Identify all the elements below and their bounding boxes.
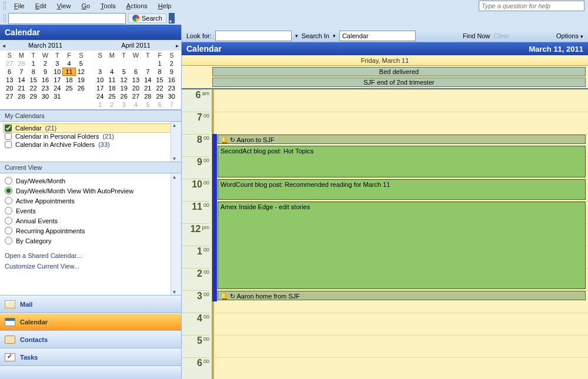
minical-day[interactable]: 1 bbox=[94, 101, 106, 108]
minical-day[interactable]: 29 bbox=[28, 93, 39, 100]
minical-day[interactable]: 21 bbox=[142, 85, 153, 92]
view-option[interactable]: Day/Week/Month bbox=[4, 176, 178, 186]
minical-day[interactable]: 4 bbox=[63, 60, 75, 67]
minical-day[interactable]: 20 bbox=[130, 85, 142, 92]
view-radio[interactable] bbox=[5, 207, 12, 214]
search-dropdown[interactable] bbox=[169, 13, 175, 24]
minical-day[interactable]: 5 bbox=[75, 60, 87, 67]
minical-day[interactable]: 4 bbox=[130, 101, 142, 108]
view-option[interactable]: By Category bbox=[4, 236, 178, 246]
minical-day[interactable]: 11 bbox=[62, 68, 75, 76]
view-radio[interactable] bbox=[5, 217, 12, 224]
calendars-scrollbar[interactable] bbox=[171, 122, 181, 162]
minical-day[interactable]: 2 bbox=[106, 101, 118, 108]
calendar-event[interactable]: 🔔↻ Aaron home from SJF bbox=[218, 291, 586, 300]
minical-day[interactable]: 13 bbox=[130, 76, 142, 83]
help-search-input[interactable] bbox=[479, 1, 584, 11]
minical-day[interactable]: 27 bbox=[4, 93, 15, 100]
minical-day[interactable]: 26 bbox=[118, 93, 130, 100]
view-radio[interactable] bbox=[5, 177, 12, 185]
options-button[interactable]: Options ▾ bbox=[556, 32, 583, 39]
all-day-event[interactable]: SJF end of 2nd trimester bbox=[212, 78, 586, 87]
minical-day[interactable]: 8 bbox=[28, 68, 39, 75]
minical-day[interactable]: 16 bbox=[39, 76, 51, 83]
minical-day[interactable]: 25 bbox=[63, 85, 75, 92]
minical-day[interactable]: 21 bbox=[15, 85, 27, 92]
search-in-input[interactable] bbox=[339, 31, 416, 41]
views-scrollbar[interactable] bbox=[171, 173, 181, 295]
minical-day[interactable]: 16 bbox=[166, 76, 178, 83]
minical-day[interactable]: 28 bbox=[142, 93, 153, 100]
view-radio[interactable] bbox=[5, 187, 12, 194]
minical-day[interactable]: 30 bbox=[166, 93, 178, 100]
next-month-icon[interactable]: ▸ bbox=[176, 42, 179, 49]
view-radio[interactable] bbox=[5, 227, 12, 234]
minical-day[interactable]: 7 bbox=[15, 68, 27, 75]
minical-day[interactable]: 12 bbox=[75, 68, 87, 75]
view-radio[interactable] bbox=[5, 197, 12, 204]
menu-tools[interactable]: Tools bbox=[96, 1, 121, 11]
view-radio[interactable] bbox=[5, 237, 12, 244]
clear-button[interactable]: Clear bbox=[494, 32, 509, 39]
event-column[interactable]: 🔔↻ Aaron to SJF SecondAct blog post: Hot… bbox=[212, 89, 588, 379]
nav-contacts[interactable]: Contacts bbox=[0, 331, 181, 348]
minical-day[interactable]: 13 bbox=[4, 76, 15, 83]
minical-day[interactable]: 8 bbox=[153, 68, 165, 75]
menu-help[interactable]: Help bbox=[153, 1, 176, 11]
minical-day[interactable]: 12 bbox=[118, 76, 130, 83]
minical-day[interactable]: 3 bbox=[118, 101, 130, 108]
nav-tasks[interactable]: Tasks bbox=[0, 348, 181, 366]
minical-day[interactable]: 6 bbox=[153, 101, 165, 108]
menu-actions[interactable]: Actions bbox=[122, 1, 152, 11]
calendar-event[interactable]: 🔔↻ Aaron to SJF bbox=[218, 135, 586, 144]
all-day-event[interactable]: Bed delivered bbox=[212, 67, 586, 76]
minical-day[interactable]: 1 bbox=[28, 60, 39, 67]
menu-view[interactable]: View bbox=[52, 1, 76, 11]
sidebar-link[interactable]: Customize Current View... bbox=[4, 261, 178, 271]
minical-day[interactable]: 22 bbox=[28, 85, 39, 92]
calendar-event[interactable]: Amex Inside Edge - edit stories bbox=[218, 202, 586, 289]
minical-day[interactable]: 14 bbox=[142, 76, 153, 83]
menubar-grip[interactable] bbox=[4, 2, 6, 10]
view-option[interactable]: Recurring Appointments bbox=[4, 226, 178, 236]
calendar-item[interactable]: Calendar in Archive Folders (33) bbox=[4, 140, 178, 149]
minical-day[interactable]: 3 bbox=[51, 60, 63, 67]
minical-day[interactable]: 15 bbox=[28, 76, 39, 83]
minical-day[interactable]: 28 bbox=[15, 60, 27, 67]
view-option[interactable]: Annual Events bbox=[4, 216, 178, 226]
nav-calendar[interactable]: Calendar bbox=[0, 313, 181, 331]
calendar-item[interactable]: Calendar (21) bbox=[3, 123, 178, 133]
minical-day[interactable]: 5 bbox=[118, 68, 130, 75]
searchbar-grip[interactable] bbox=[4, 14, 6, 22]
minical-day[interactable]: 28 bbox=[15, 93, 27, 100]
minical-day[interactable]: 6 bbox=[4, 68, 15, 75]
menu-go[interactable]: Go bbox=[76, 1, 95, 11]
sidebar-link[interactable]: Open a Shared Calendar... bbox=[4, 250, 178, 261]
minical-day[interactable]: 24 bbox=[94, 93, 106, 100]
minical-day[interactable]: 31 bbox=[51, 93, 63, 100]
calendar-item[interactable]: Calendar in Personal Folders (21) bbox=[4, 132, 178, 140]
minical-day[interactable]: 2 bbox=[166, 60, 178, 67]
nav-mail[interactable]: Mail bbox=[0, 296, 181, 313]
look-for-input[interactable] bbox=[215, 31, 292, 41]
help-search-box[interactable] bbox=[479, 1, 584, 11]
minical-day[interactable]: 4 bbox=[106, 68, 118, 75]
menu-file[interactable]: File bbox=[9, 1, 29, 11]
minical-day[interactable]: 30 bbox=[39, 93, 51, 100]
minical-day[interactable]: 9 bbox=[39, 68, 51, 75]
minical-day[interactable]: 14 bbox=[15, 76, 27, 83]
minical-day[interactable]: 17 bbox=[51, 76, 63, 83]
minical-day[interactable]: 19 bbox=[75, 76, 87, 83]
search-input[interactable] bbox=[8, 13, 126, 24]
minical-day[interactable]: 27 bbox=[4, 60, 15, 67]
view-option[interactable]: Active Appointments bbox=[4, 196, 178, 206]
minical-day[interactable]: 2 bbox=[39, 60, 51, 67]
minical-day[interactable]: 18 bbox=[106, 85, 118, 92]
calendar-event[interactable]: SecondAct blog post: Hot Topics bbox=[218, 146, 586, 177]
minical-day[interactable]: 11 bbox=[106, 76, 118, 83]
minical-day[interactable]: 6 bbox=[130, 68, 142, 75]
view-option[interactable]: Events bbox=[4, 206, 178, 216]
minical-day[interactable]: 25 bbox=[106, 93, 118, 100]
calendar-event[interactable]: WordCount blog post: Recommended reading… bbox=[218, 179, 586, 200]
minical-day[interactable]: 20 bbox=[4, 85, 15, 92]
